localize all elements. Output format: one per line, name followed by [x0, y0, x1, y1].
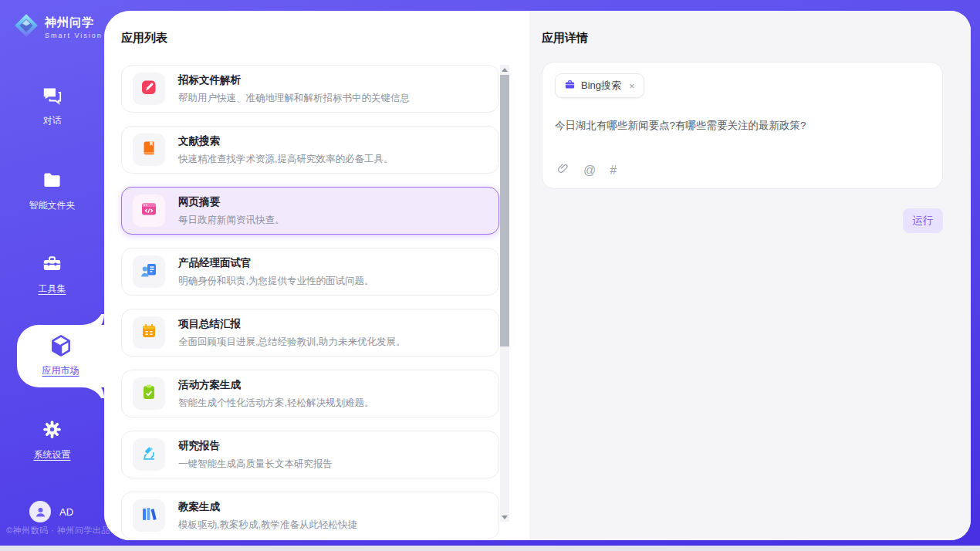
sidebar-item-smart-folder[interactable]: 智能文件夹: [0, 170, 104, 212]
app-icon: [133, 438, 165, 471]
microscope-icon: [140, 444, 158, 465]
app-desc: 一键智能生成高质量长文本研究报告: [178, 458, 333, 471]
prompt-text[interactable]: 今日湖北有哪些新闻要点?有哪些需要关注的最新政策?: [555, 119, 930, 133]
app-title: 研究报告: [178, 439, 333, 453]
app-icon: [133, 134, 165, 166]
sidebar-item-label: 智能文件夹: [0, 199, 104, 212]
tool-chip-label: Bing搜索: [581, 79, 621, 93]
prompt-card[interactable]: Bing搜索 × 今日湖北有哪些新闻要点?有哪些需要关注的最新政策? @ #: [542, 62, 943, 189]
cube-icon: [49, 347, 73, 360]
sidebar-item-app-market[interactable]: 应用市场: [17, 325, 104, 387]
tool-chip-bing-search[interactable]: Bing搜索 ×: [555, 73, 644, 98]
user-account[interactable]: AD: [29, 501, 73, 522]
run-button[interactable]: 运行: [903, 208, 943, 233]
list-item[interactable]: 研究报告 一键智能生成高质量长文本研究报告: [121, 431, 499, 478]
sidebar-item-settings[interactable]: 系统设置: [0, 419, 104, 461]
hash-icon[interactable]: #: [610, 164, 617, 177]
edit-square-icon: [140, 78, 158, 100]
clipboard-check-icon: [140, 383, 158, 404]
brand-tagline: Smart Vision: [45, 32, 103, 39]
prompt-toolbar: @ #: [556, 162, 617, 178]
interviewer-icon: [140, 261, 158, 282]
avatar: [29, 501, 51, 522]
sidebar: 神州问学 Smart Vision 对话 智能文件夹: [0, 0, 104, 546]
paperclip-icon[interactable]: [556, 162, 569, 178]
app-title: 教案生成: [178, 500, 357, 514]
app-list: 招标文件解析 帮助用户快速、准确地理解和解析招标书中的关键信息: [121, 65, 499, 540]
briefcase-icon: [564, 79, 576, 93]
app-icon: [133, 73, 165, 105]
browser-code-icon: [140, 200, 158, 221]
close-icon[interactable]: ×: [629, 80, 635, 92]
gear-icon: [42, 429, 63, 442]
sidebar-item-chat[interactable]: 对话: [0, 85, 104, 127]
list-item[interactable]: 产品经理面试官 明确身份和职责,为您提供专业性的面试问题。: [121, 248, 499, 296]
app-icon: [133, 499, 165, 532]
app-title: 网页摘要: [178, 195, 285, 209]
app-desc: 帮助用户快速、准确地理解和解析招标书中的关键信息: [178, 92, 410, 105]
calendar-icon: [140, 322, 158, 343]
scrollbar[interactable]: [500, 65, 509, 522]
app-icon: [133, 377, 165, 410]
list-item[interactable]: 教案生成 模板驱动,教案秒成,教学准备从此轻松快捷: [121, 492, 499, 539]
app-list-title: 应用列表: [121, 31, 167, 46]
list-item-selected[interactable]: 网页摘要 每日政府新闻资讯快查。: [121, 187, 499, 235]
sidebar-item-label: 应用市场: [17, 364, 104, 377]
app-desc: 模板驱动,教案秒成,教学准备从此轻松快捷: [178, 519, 357, 532]
app-desc: 全面回顾项目进展,总结经验教训,助力未来优化发展。: [178, 336, 405, 349]
sidebar-item-label: 系统设置: [0, 448, 104, 461]
app-window: 神州问学 Smart Vision 对话 智能文件夹: [0, 0, 980, 551]
list-item[interactable]: 项目总结汇报 全面回顾项目进展,总结经验教训,助力未来优化发展。: [121, 309, 499, 357]
app-icon: [133, 194, 165, 227]
list-item[interactable]: 活动方案生成 智能生成个性化活动方案,轻松解决规划难题。: [121, 370, 499, 417]
app-desc: 每日政府新闻资讯快查。: [178, 214, 285, 227]
scroll-down-arrow[interactable]: [500, 512, 509, 522]
app-title: 活动方案生成: [178, 378, 373, 392]
app-detail-panel: 应用详情 Bing搜索 × 今日湖北有哪些新闻要点?有哪些需要关注的最新政策?: [529, 11, 971, 540]
sidebar-item-label: 对话: [0, 114, 104, 127]
toolbox-icon: [42, 263, 63, 276]
app-detail-title: 应用详情: [542, 31, 588, 46]
app-list-panel: 应用列表 招标文件解析 帮助用户快速、准确地理解和解析招标书中的关键信: [104, 11, 529, 540]
mention-icon[interactable]: @: [583, 164, 596, 177]
user-name: AD: [59, 506, 73, 518]
app-title: 招标文件解析: [178, 73, 410, 87]
scrollbar-thumb[interactable]: [500, 75, 509, 346]
app-icon: [133, 316, 165, 349]
brand-logo: 神州问学 Smart Vision: [12, 12, 103, 42]
app-desc: 明确身份和职责,为您提供专业性的面试问题。: [178, 275, 373, 288]
sidebar-item-label: 工具集: [0, 282, 104, 296]
chat-icon: [42, 95, 63, 108]
bottom-strip: [0, 546, 980, 551]
app-title: 产品经理面试官: [178, 256, 373, 270]
app-desc: 智能生成个性化活动方案,轻松解决规划难题。: [178, 397, 373, 410]
diamond-logo-icon: [12, 12, 40, 42]
scroll-up-arrow[interactable]: [500, 65, 509, 74]
book-icon: [140, 139, 158, 161]
app-desc: 快速精准查找学术资源,提高研究效率的必备工具。: [178, 153, 393, 166]
brand-name: 神州问学: [45, 15, 94, 29]
app-icon: [133, 255, 165, 288]
app-title: 文献搜索: [178, 134, 393, 148]
copyright-text: ©神州数码 · 神州问学出品: [6, 525, 110, 536]
books-icon: [140, 505, 158, 526]
sidebar-item-toolset[interactable]: 工具集: [0, 253, 104, 296]
list-item[interactable]: 招标文件解析 帮助用户快速、准确地理解和解析招标书中的关键信息: [121, 65, 499, 113]
app-title: 项目总结汇报: [178, 317, 405, 331]
main-content: 应用列表 招标文件解析 帮助用户快速、准确地理解和解析招标书中的关键信: [104, 11, 971, 540]
list-item[interactable]: 文献搜索 快速精准查找学术资源,提高研究效率的必备工具。: [121, 126, 499, 174]
folder-icon: [42, 180, 63, 193]
